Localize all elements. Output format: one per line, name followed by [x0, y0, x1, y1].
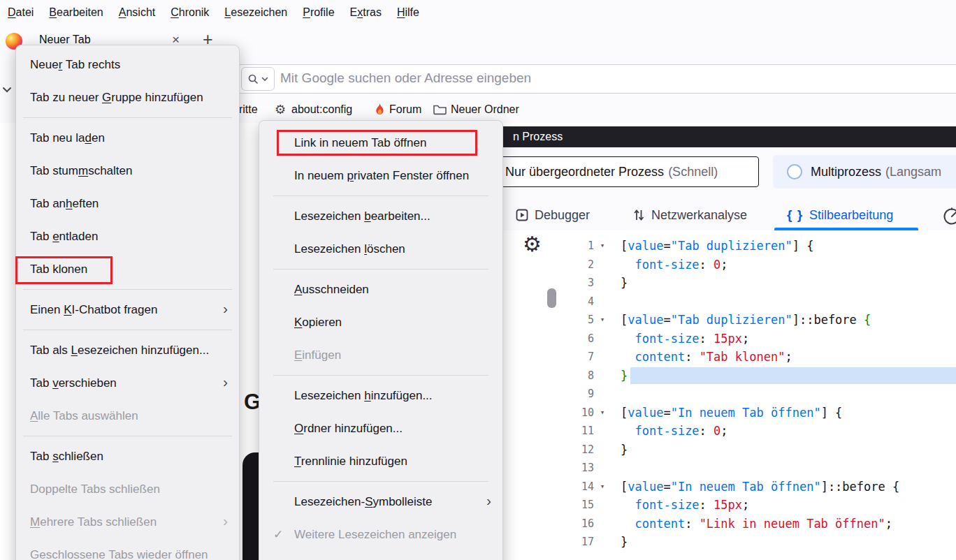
search-mode-chiclet[interactable]: [241, 67, 275, 91]
folder-icon: [433, 104, 447, 115]
menu-item[interactable]: Link in neuem Tab öffnen: [259, 126, 502, 159]
menu-bar: DateiBearbeitenAnsichtChronikLesezeichen…: [0, 0, 956, 25]
menu-item[interactable]: Lesezeichen-Symbolleiste›: [259, 485, 502, 518]
url-input[interactable]: Mit Google suchen oder Adresse eingeben: [280, 65, 531, 91]
menu-separator: [259, 371, 502, 379]
code-line: }: [621, 533, 956, 552]
scrollbar-thumb[interactable]: [547, 288, 556, 308]
network-icon: [632, 208, 645, 222]
menu-item[interactable]: Tab neu laden: [16, 121, 239, 154]
bookmark-item-neuer-ordner[interactable]: Neuer Ordner: [451, 96, 519, 123]
tab-debugger[interactable]: Debugger: [516, 200, 590, 230]
menu-separator: [16, 432, 239, 440]
tab-context-menu: Neuer Tab rechtsTab zu neuer Gruppe hinz…: [15, 45, 240, 560]
line-number: 12: [559, 441, 594, 459]
option-note: (Schnell): [668, 165, 718, 179]
line-number-gutter: 1▾2345▾678910▾11121314▾151617: [559, 230, 611, 552]
radio-icon[interactable]: [787, 164, 802, 179]
tab-netzwerkanalyse[interactable]: Netzwerkanalyse: [632, 200, 747, 230]
line-number: 1: [559, 237, 594, 256]
line-number: 2: [559, 256, 594, 274]
debugger-icon: [516, 209, 528, 221]
code-line: [621, 293, 956, 311]
braces-icon: { }: [787, 207, 803, 223]
settings-gear-icon[interactable]: ⚙: [523, 232, 542, 256]
menu-item[interactable]: Tab zu neuer Gruppe hinzufügen: [16, 81, 239, 114]
line-number: 10: [559, 404, 594, 422]
menubar-item[interactable]: Profile: [295, 0, 342, 25]
devtools-tab-bar: Debugger Netzwerkanalyse { } Stilbearbei…: [489, 200, 956, 231]
tab-label: Debugger: [535, 208, 590, 223]
menu-item: Einfügen: [259, 339, 502, 371]
fold-toggle-icon[interactable]: ▾: [594, 311, 611, 330]
menu-item[interactable]: Lesezeichen bearbeiten...: [259, 200, 502, 233]
style-editor-code[interactable]: [value="Tab duplizieren"] { font-size: 0…: [621, 230, 956, 552]
menubar-item[interactable]: Lesezeichen: [217, 0, 295, 25]
code-line: [value="In neuem Tab öffnen"]::before {: [621, 478, 956, 496]
menu-item[interactable]: Tab entladen: [16, 220, 239, 253]
devtools-header: n Prozess: [489, 126, 956, 147]
menubar-item[interactable]: Bearbeiten: [41, 0, 110, 25]
partial-toolbar-icon: [2, 87, 12, 94]
menu-item[interactable]: Tab anheften: [16, 187, 239, 220]
option-parent-process[interactable]: Nur übergeordneter Prozess (Schnell): [493, 156, 759, 187]
process-options-row: Nur übergeordneter Prozess (Schnell) Mul…: [489, 147, 956, 200]
menu-separator: [16, 286, 239, 293]
bookmark-context-menu: Link in neuem Tab öffnenIn neuem private…: [259, 120, 503, 560]
line-number: 5: [559, 311, 594, 330]
line-number: 3: [559, 274, 594, 293]
option-multiprocess[interactable]: Multiprozess (Langsam: [773, 155, 956, 189]
fold-toggle-icon[interactable]: ▾: [594, 237, 611, 256]
menu-item[interactable]: Tab klonen: [16, 253, 239, 286]
submenu-chevron-icon: ›: [223, 374, 228, 390]
menu-item[interactable]: Kopieren: [259, 306, 502, 339]
menubar-item[interactable]: Ansicht: [111, 0, 163, 25]
menubar-item[interactable]: Extras: [342, 0, 389, 25]
option-note: (Langsam: [885, 165, 941, 179]
submenu-chevron-icon: ›: [223, 300, 228, 317]
bookmark-item-forum[interactable]: Forum: [389, 96, 421, 123]
menu-item[interactable]: Neuer Tab rechts: [16, 48, 239, 81]
menu-separator: [259, 192, 502, 200]
line-number: 15: [559, 496, 594, 515]
url-bar[interactable]: Mit Google suchen oder Adresse eingeben: [235, 64, 956, 94]
menubar-item[interactable]: Datei: [0, 0, 41, 25]
menubar-item[interactable]: Hilfe: [389, 0, 427, 25]
code-line: font-size: 0;: [621, 422, 956, 441]
code-line: [621, 459, 956, 478]
menu-separator: [259, 478, 502, 485]
performance-gauge-icon[interactable]: [942, 206, 956, 226]
menu-item[interactable]: Tab als Lesezeichen hinzufügen...: [16, 334, 239, 367]
menu-item: Alle Tabs auswählen: [16, 399, 239, 432]
menu-item: ✓Weitere Lesezeichen anzeigen: [259, 518, 502, 551]
code-line: [value="Tab duplizieren"]::before {: [621, 311, 956, 330]
fold-toggle-icon[interactable]: ▾: [594, 478, 611, 496]
menu-item[interactable]: Einen KI-Chatbot fragen›: [16, 293, 239, 326]
line-number: 17: [559, 533, 594, 552]
menu-item[interactable]: Lesezeichen löschen: [259, 233, 502, 265]
menu-item[interactable]: In neuem privaten Fenster öffnen: [259, 159, 502, 192]
bookmark-item-about-config[interactable]: about:config: [291, 96, 352, 123]
menu-item[interactable]: Ausschneiden: [259, 273, 502, 306]
menu-item[interactable]: Tab schließen: [16, 440, 239, 473]
tab-label: Stilbearbeitung: [809, 208, 893, 223]
menu-item: Geschlossene Tabs wieder öffnen: [16, 538, 239, 560]
tab-stilbearbeitung[interactable]: { } Stilbearbeitung: [787, 200, 893, 230]
menu-item[interactable]: Tab stummschalten: [16, 154, 239, 187]
line-number: 11: [559, 422, 594, 441]
style-editor: ⚙ 1▾2345▾678910▾11121314▾151617 [value="…: [489, 230, 956, 560]
browser-window: DateiBearbeitenAnsichtChronikLesezeichen…: [0, 0, 956, 560]
chevron-down-icon: [261, 77, 268, 82]
line-number: 14: [559, 478, 594, 496]
menu-separator: [16, 326, 239, 334]
option-label: Multiprozess: [811, 165, 881, 179]
menu-item[interactable]: Trennlinie hinzufügen: [259, 445, 502, 478]
menubar-item[interactable]: Chronik: [163, 0, 217, 25]
menu-item[interactable]: Tab verschieben›: [16, 367, 239, 399]
code-line: }: [621, 274, 956, 293]
menu-item[interactable]: Lesezeichen hinzufügen...: [259, 379, 502, 412]
fold-toggle-icon[interactable]: ▾: [594, 404, 611, 422]
code-line: [value="Tab duplizieren"] {: [621, 237, 956, 256]
menu-item[interactable]: Ordner hinzufügen...: [259, 412, 502, 445]
code-line: }: [621, 441, 956, 459]
